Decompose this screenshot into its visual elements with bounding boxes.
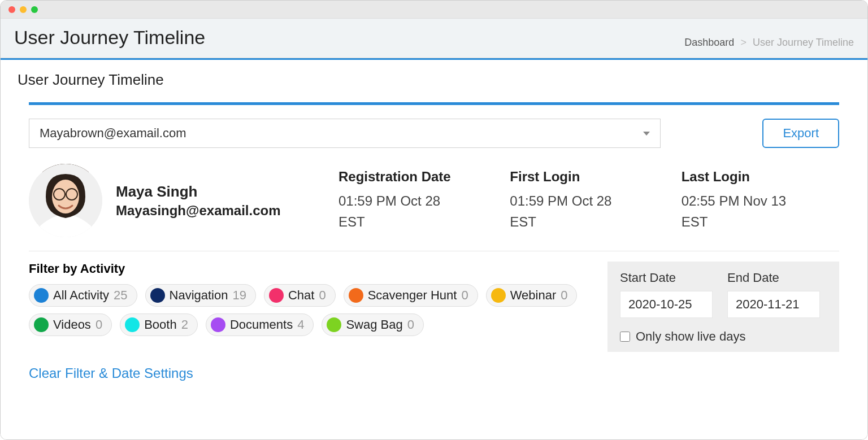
filter-chip-count: 2 xyxy=(181,317,188,332)
user-email-dropdown[interactable]: Mayabrown@examail.com xyxy=(29,119,661,148)
filter-chip-label: Chat xyxy=(288,288,314,303)
user-name: Maya Singh xyxy=(116,183,325,201)
breadcrumb: Dashboard > User Journey Timeline xyxy=(684,37,854,49)
filter-chip-label: Booth xyxy=(144,317,177,332)
start-date-input[interactable] xyxy=(620,291,713,318)
filter-chip-label: Scavenger Hunt xyxy=(368,288,457,303)
end-date-field: End Date xyxy=(727,271,820,318)
filter-chips-area: Filter by Activity All Activity25Navigat… xyxy=(29,262,596,336)
toolbar-row: Mayabrown@examail.com Export xyxy=(29,119,839,148)
panel-divider xyxy=(29,102,839,105)
filter-chip-documents[interactable]: Documents4 xyxy=(206,313,314,336)
filter-chip-swag-bag[interactable]: Swag Bag0 xyxy=(322,313,424,336)
window-close-icon[interactable] xyxy=(8,6,15,13)
end-date-input[interactable] xyxy=(727,291,820,318)
only-live-days-label: Only show live days xyxy=(636,329,745,344)
clear-filters-link[interactable]: Clear Filter & Date Settings xyxy=(29,365,193,381)
filter-chip-label: Navigation xyxy=(170,288,228,303)
filter-chip-count: 0 xyxy=(461,288,468,303)
color-swatch-icon xyxy=(34,288,49,303)
window-minimize-icon[interactable] xyxy=(20,6,27,13)
filter-chip-label: Videos xyxy=(53,317,91,332)
avatar xyxy=(29,164,102,237)
filter-chip-all-activity[interactable]: All Activity25 xyxy=(29,284,137,307)
only-live-days-checkbox[interactable] xyxy=(620,332,630,342)
breadcrumb-current: User Journey Timeline xyxy=(753,37,854,48)
start-date-label: Start Date xyxy=(620,271,713,285)
filter-chips: All Activity25Navigation19Chat0Scavenger… xyxy=(29,284,583,336)
color-swatch-icon xyxy=(125,317,140,332)
stat-last-login: Last Login 02:55 PM Nov 13 EST xyxy=(682,169,839,232)
start-date-field: Start Date xyxy=(620,271,713,318)
filter-chip-label: Documents xyxy=(230,317,293,332)
stat-first-login-time: 01:59 PM Oct 28 xyxy=(510,190,667,211)
color-swatch-icon xyxy=(269,288,284,303)
color-swatch-icon xyxy=(211,317,225,332)
filter-chip-count: 25 xyxy=(114,288,127,303)
breadcrumb-separator-icon: > xyxy=(740,37,747,48)
app-window: User Journey Timeline Dashboard > User J… xyxy=(0,0,868,440)
filter-chip-count: 19 xyxy=(232,288,246,303)
stat-last-login-time: 02:55 PM Nov 13 xyxy=(682,190,839,211)
page-header: User Journey Timeline Dashboard > User J… xyxy=(1,19,867,58)
stat-registration: Registration Date 01:59 PM Oct 28 EST xyxy=(338,169,496,232)
stat-first-login: First Login 01:59 PM Oct 28 EST xyxy=(510,169,667,232)
stat-first-login-label: First Login xyxy=(510,169,667,185)
caret-down-icon xyxy=(643,132,650,136)
date-range-box: Start Date End Date Only show live days xyxy=(607,262,839,352)
stat-last-login-label: Last Login xyxy=(682,169,839,185)
color-swatch-icon xyxy=(349,288,363,303)
filter-chip-count: 0 xyxy=(96,317,102,332)
window-titlebar xyxy=(1,1,867,19)
filter-chip-label: Webinar xyxy=(510,288,557,303)
breadcrumb-dashboard[interactable]: Dashboard xyxy=(684,37,734,48)
filter-chip-chat[interactable]: Chat0 xyxy=(264,284,336,307)
filter-chip-count: 0 xyxy=(407,317,414,332)
end-date-label: End Date xyxy=(727,271,820,285)
filter-chip-videos[interactable]: Videos0 xyxy=(29,313,112,336)
filter-chip-count: 0 xyxy=(319,288,326,303)
stat-registration-time: 01:59 PM Oct 28 xyxy=(338,190,496,211)
filter-chip-scavenger-hunt[interactable]: Scavenger Hunt0 xyxy=(344,284,478,307)
stat-last-login-tz: EST xyxy=(682,211,839,232)
filter-chip-count: 0 xyxy=(561,288,567,303)
filter-chip-label: All Activity xyxy=(53,288,109,303)
filters-section: Filter by Activity All Activity25Navigat… xyxy=(29,262,839,352)
color-swatch-icon xyxy=(34,317,49,332)
color-swatch-icon xyxy=(327,317,341,332)
avatar-icon xyxy=(29,164,102,237)
stat-first-login-tz: EST xyxy=(510,211,667,232)
filter-chip-webinar[interactable]: Webinar0 xyxy=(486,284,578,307)
user-summary-row: Maya Singh Mayasingh@examail.com Registr… xyxy=(29,164,839,251)
only-live-days-row[interactable]: Only show live days xyxy=(620,329,827,344)
stat-registration-tz: EST xyxy=(338,211,496,232)
page-title: User Journey Timeline xyxy=(14,27,205,49)
color-swatch-icon xyxy=(150,288,165,303)
user-email-dropdown-value: Mayabrown@examail.com xyxy=(40,126,186,141)
content-panel: User Journey Timeline Mayabrown@examail.… xyxy=(1,58,867,439)
filter-chip-navigation[interactable]: Navigation19 xyxy=(145,284,256,307)
filter-heading: Filter by Activity xyxy=(29,262,596,276)
color-swatch-icon xyxy=(491,288,506,303)
user-identity: Maya Singh Mayasingh@examail.com xyxy=(116,183,325,219)
panel-title: User Journey Timeline xyxy=(1,60,867,102)
user-email: Mayasingh@examail.com xyxy=(116,203,325,219)
filter-chip-label: Swag Bag xyxy=(346,317,402,332)
filter-chip-count: 4 xyxy=(297,317,304,332)
filter-chip-booth[interactable]: Booth2 xyxy=(120,313,198,336)
stat-registration-label: Registration Date xyxy=(338,169,496,185)
export-button[interactable]: Export xyxy=(762,119,839,148)
window-maximize-icon[interactable] xyxy=(31,6,38,13)
